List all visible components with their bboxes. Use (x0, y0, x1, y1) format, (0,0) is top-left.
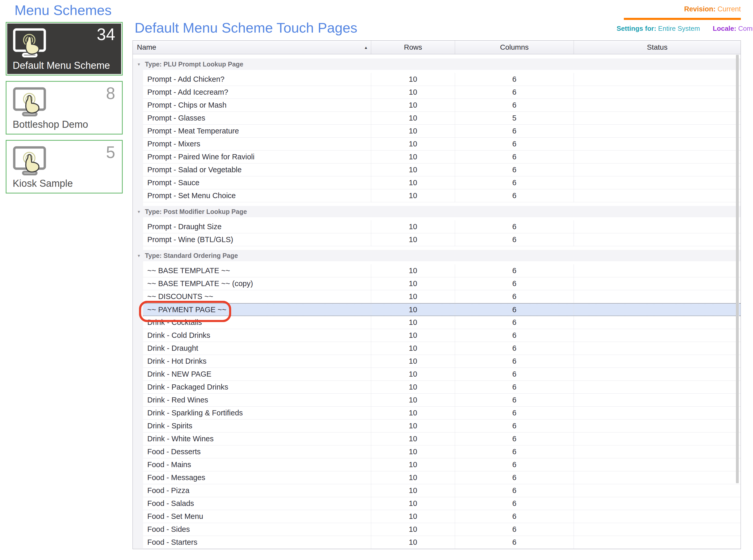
table-row[interactable]: Drink - Cocktails 10 6 (143, 316, 740, 329)
row-status-cell (574, 112, 740, 124)
table-row[interactable]: Prompt - Mixers 10 6 (143, 138, 740, 151)
row-name-cell: Drink - Cocktails (143, 316, 371, 329)
row-columns-cell: 6 (455, 304, 574, 316)
table-row[interactable]: Drink - White Wines 10 6 (143, 433, 740, 445)
table-row[interactable]: Drink - NEW PAGE 10 6 (143, 368, 740, 381)
table-row[interactable]: Prompt - Glasses 10 5 (143, 112, 740, 125)
row-rows-cell: 10 (371, 176, 455, 189)
table-row[interactable]: Prompt - Draught Size 10 6 (143, 220, 740, 233)
table-row[interactable]: Drink - Hot Drinks 10 6 (143, 355, 740, 368)
row-rows-cell: 10 (371, 189, 455, 202)
table-group-label: Type: PLU Prompt Lookup Page (145, 61, 243, 68)
table-row[interactable]: Prompt - Chips or Mash 10 6 (143, 99, 740, 112)
row-status-cell (574, 86, 740, 99)
row-status-cell (574, 381, 740, 394)
row-status-cell (574, 277, 740, 290)
table-row[interactable]: Food - Sides 10 6 (143, 523, 740, 536)
table-row[interactable]: Food - Set Menu 10 6 (143, 510, 740, 523)
table-row[interactable]: Food - Pizza 10 6 (143, 484, 740, 497)
table-row[interactable]: Food - Mains 10 6 (143, 458, 740, 471)
row-name-cell: Food - Sides (143, 523, 371, 536)
table-row[interactable]: Prompt - Sauce 10 6 (143, 176, 740, 189)
row-name-cell: Food - Pizza (143, 484, 371, 497)
settings-for-value: Entire System (658, 24, 700, 32)
settings-for-label: Settings for: (617, 24, 656, 32)
table-row[interactable]: Drink - Sparkling & Fortifieds 10 6 (143, 407, 740, 420)
row-name-cell: Prompt - Meat Temperature (143, 125, 371, 137)
table-row[interactable]: ~~ BASE TEMPLATE ~~ 10 6 (143, 264, 740, 277)
table-row[interactable]: ~~ BASE TEMPLATE ~~ (copy) 10 6 (143, 277, 740, 290)
table-group-header[interactable]: ▼ Type: Standard Ordering Page (133, 250, 740, 261)
table-row[interactable]: Food - Desserts 10 6 (143, 445, 740, 458)
row-rows-cell: 10 (371, 420, 455, 432)
table-header: Name ▲ Rows Columns Status (133, 41, 740, 54)
table-row[interactable]: Prompt - Salad or Vegetable 10 6 (143, 163, 740, 176)
row-columns-cell: 6 (455, 420, 574, 432)
row-rows-cell: 10 (371, 510, 455, 523)
table-row[interactable]: Prompt - Wine (BTL/GLS) 10 6 (143, 233, 740, 246)
row-status-cell (574, 99, 740, 112)
row-status-cell (574, 189, 740, 202)
table-row[interactable]: Food - Starters 10 6 (143, 536, 740, 549)
row-status-cell (574, 445, 740, 458)
scheme-page-count: 8 (106, 84, 115, 103)
row-name-cell: Food - Set Menu (143, 510, 371, 523)
table-group-header[interactable]: ▼ Type: PLU Prompt Lookup Page (133, 58, 740, 70)
row-status-cell (574, 342, 740, 355)
menu-scheme-card[interactable]: 34 Default Menu Scheme (6, 22, 123, 76)
column-header-rows[interactable]: Rows (371, 41, 455, 54)
column-header-columns[interactable]: Columns (455, 41, 574, 54)
table-row[interactable]: Prompt - Set Menu Choice 10 6 (143, 189, 740, 202)
scheme-name-label: Bottleshop Demo (13, 119, 88, 130)
row-name-cell: Drink - Packaged Drinks (143, 381, 371, 394)
row-name-cell: Food - Messages (143, 471, 371, 484)
row-columns-cell: 6 (455, 233, 574, 246)
row-rows-cell: 10 (371, 138, 455, 150)
row-rows-cell: 10 (371, 316, 455, 329)
table-row[interactable]: Drink - Red Wines 10 6 (143, 394, 740, 407)
settings-locale-row: Settings for: Entire System Locale: Comm… (617, 24, 741, 33)
table-row[interactable]: Prompt - Paired Wine for Ravioli 10 6 (143, 151, 740, 163)
menu-scheme-card[interactable]: 5 Kiosk Sample (6, 140, 123, 194)
row-columns-cell: 6 (455, 497, 574, 510)
table-row[interactable]: ~~ PAYMENT PAGE ~~ 10 6 (143, 303, 740, 316)
row-name-cell: Drink - Draught (143, 342, 371, 355)
table-row[interactable]: Food - Salads 10 6 (143, 497, 740, 510)
row-columns-cell: 6 (455, 368, 574, 380)
row-status-cell (574, 176, 740, 189)
row-columns-cell: 6 (455, 536, 574, 548)
row-name-cell: ~~ PAYMENT PAGE ~~ (143, 304, 371, 316)
row-rows-cell: 10 (371, 458, 455, 471)
table-row[interactable]: Drink - Cold Drinks 10 6 (143, 329, 740, 342)
row-name-cell: Drink - Hot Drinks (143, 355, 371, 367)
row-name-cell: ~~ BASE TEMPLATE ~~ (143, 264, 371, 277)
row-status-cell (574, 329, 740, 342)
menu-schemes-page: Menu Schemes 34 Default Menu Scheme 8 Bo… (0, 0, 753, 560)
row-columns-cell: 6 (455, 445, 574, 458)
locale-value: Common (738, 24, 753, 32)
table-row[interactable]: Prompt - Meat Temperature 10 6 (143, 125, 740, 138)
table-row[interactable]: Prompt - Add Chicken? 10 6 (143, 73, 740, 86)
table-row[interactable]: Drink - Packaged Drinks 10 6 (143, 381, 740, 394)
touch-screen-icon (12, 146, 51, 178)
row-rows-cell: 10 (371, 290, 455, 303)
table-row[interactable]: Prompt - Add Icecream? 10 6 (143, 86, 740, 99)
vertical-scrollbar-thumb[interactable] (736, 55, 739, 483)
table-row[interactable]: ~~ DISCOUNTS ~~ 10 6 (143, 290, 740, 303)
table-group-header[interactable]: ▼ Type: Post Modifier Lookup Page (133, 206, 740, 217)
menu-scheme-card[interactable]: 8 Bottleshop Demo (6, 81, 123, 135)
row-name-cell: Food - Mains (143, 458, 371, 471)
row-columns-cell: 6 (455, 163, 574, 176)
row-columns-cell: 6 (455, 471, 574, 484)
column-header-name[interactable]: Name ▲ (133, 41, 371, 54)
row-rows-cell: 10 (371, 163, 455, 176)
row-status-cell (574, 458, 740, 471)
vertical-scrollbar[interactable] (736, 55, 739, 547)
row-rows-cell: 10 (371, 497, 455, 510)
column-header-status[interactable]: Status (574, 41, 740, 54)
row-columns-cell: 6 (455, 264, 574, 277)
row-name-cell: Drink - White Wines (143, 433, 371, 445)
table-row[interactable]: Drink - Spirits 10 6 (143, 420, 740, 433)
table-row[interactable]: Drink - Draught 10 6 (143, 342, 740, 355)
table-row[interactable]: Food - Messages 10 6 (143, 471, 740, 484)
